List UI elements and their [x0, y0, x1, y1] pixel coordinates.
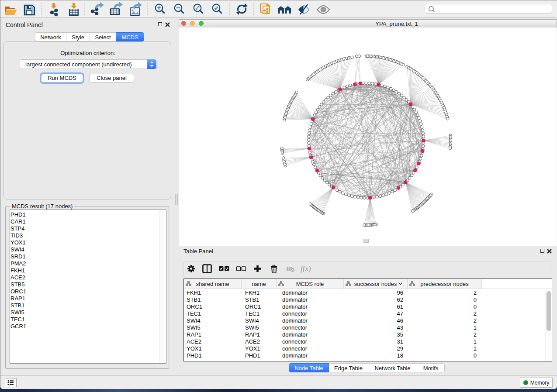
svg-text:f(x): f(x): [301, 265, 311, 273]
